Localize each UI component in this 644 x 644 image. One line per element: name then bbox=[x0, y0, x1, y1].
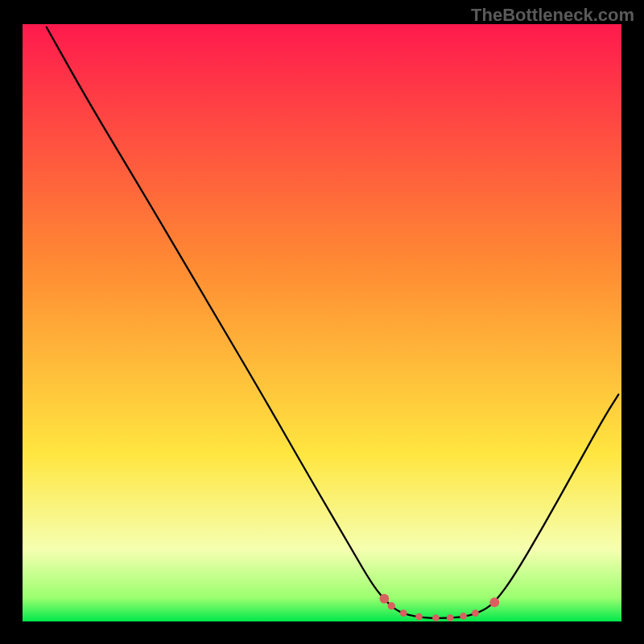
marker-point bbox=[472, 609, 479, 617]
watermark-text: TheBottleneck.com bbox=[471, 5, 634, 26]
marker-point bbox=[379, 594, 389, 604]
marker-point bbox=[388, 602, 395, 609]
marker-point bbox=[432, 614, 440, 621]
marker-point bbox=[460, 613, 467, 620]
marker-point bbox=[447, 614, 454, 621]
marker-point bbox=[489, 597, 499, 607]
marker-point bbox=[415, 613, 423, 621]
marker-point bbox=[400, 609, 407, 617]
bottleneck-chart bbox=[0, 0, 644, 644]
chart-container: TheBottleneck.com bbox=[0, 0, 644, 644]
plot-background bbox=[23, 24, 621, 621]
